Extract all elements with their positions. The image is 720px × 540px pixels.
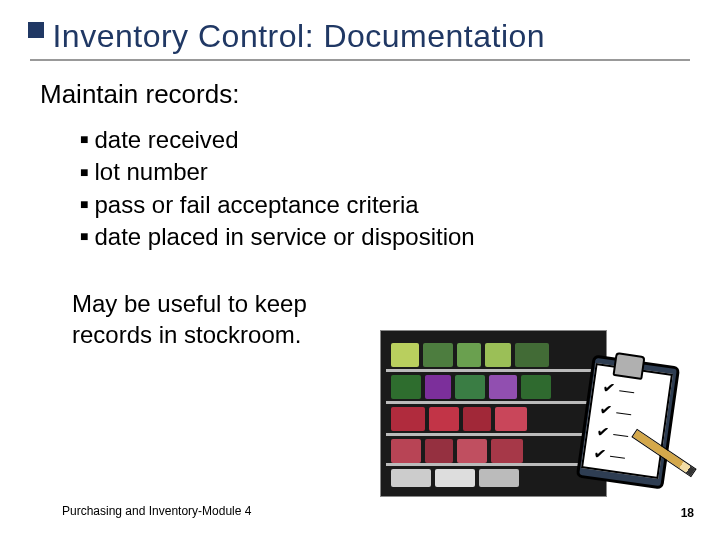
page-number: 18 bbox=[681, 506, 694, 520]
list-item: ■date placed in service or disposition bbox=[80, 221, 720, 253]
title-underline bbox=[30, 59, 690, 61]
clipboard-clip-icon bbox=[612, 352, 645, 380]
bullet-text: date received bbox=[94, 126, 238, 153]
footer-module-label: Purchasing and Inventory-Module 4 bbox=[62, 504, 251, 518]
subheading: Maintain records: bbox=[40, 79, 720, 110]
clipboard-checklist-image: ✔ — ✔ — ✔ — ✔ — bbox=[570, 350, 680, 500]
bullet-icon: ■ bbox=[80, 196, 88, 212]
bullet-list: ■date received ■lot number ■pass or fail… bbox=[80, 124, 720, 254]
slide-title: Inventory Control: Documentation bbox=[52, 18, 545, 54]
bullet-text: pass or fail acceptance criteria bbox=[94, 191, 418, 218]
bullet-icon: ■ bbox=[80, 228, 88, 244]
bullet-text: date placed in service or disposition bbox=[94, 223, 474, 250]
title-bullet-square bbox=[28, 22, 44, 38]
list-item: ■lot number bbox=[80, 156, 720, 188]
illustration-area: ✔ — ✔ — ✔ — ✔ — bbox=[380, 330, 680, 500]
bullet-text: lot number bbox=[94, 158, 207, 185]
bullet-icon: ■ bbox=[80, 131, 88, 147]
bullet-icon: ■ bbox=[80, 164, 88, 180]
list-item: ■date received bbox=[80, 124, 720, 156]
list-item: ■pass or fail acceptance criteria bbox=[80, 189, 720, 221]
slide-title-block: Inventory Control: Documentation bbox=[0, 0, 720, 55]
note-text: May be useful to keep records in stockro… bbox=[72, 288, 392, 350]
